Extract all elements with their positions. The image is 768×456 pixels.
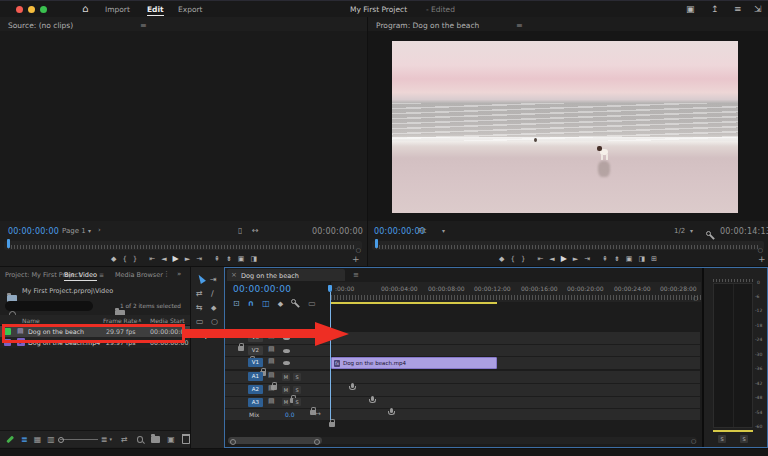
source-button-editor-plus[interactable]: + — [352, 254, 360, 264]
go-to-in-button[interactable]: ⇤ — [537, 254, 543, 264]
solo-right-button[interactable]: S — [740, 435, 748, 443]
track-badge-v1[interactable]: V1 — [248, 358, 263, 367]
multi-view-button[interactable]: ⊞ — [651, 254, 657, 264]
menu-export[interactable]: Export — [178, 5, 203, 14]
sync-lock-icon[interactable]: ▤ — [268, 357, 275, 365]
sync-lock-icon[interactable]: ▤ — [268, 345, 275, 353]
add-marker-button[interactable]: ◆ — [111, 254, 116, 264]
fullscreen-icon[interactable]: ⇲ — [754, 4, 762, 14]
column-name[interactable]: Name — [22, 317, 40, 324]
tab-media-browser[interactable]: Media Browser — [115, 271, 163, 279]
close-tab-icon[interactable]: × — [231, 271, 237, 279]
source-zoom-handle-icon[interactable]: ○ — [356, 246, 361, 253]
export-frame-button[interactable]: ▣ — [238, 254, 245, 264]
source-page-next-icon[interactable]: › — [98, 226, 101, 234]
go-to-out-button[interactable]: ⇥ — [196, 254, 202, 264]
sequence-tab[interactable]: × Dog on the beach — [227, 269, 345, 281]
source-panel-menu-icon[interactable]: ≡ — [140, 21, 147, 30]
track-badge-a3[interactable]: A3 — [248, 398, 263, 407]
slip-tool[interactable]: ⇆ — [196, 303, 203, 313]
mark-in-button[interactable]: { — [122, 254, 126, 264]
stacked-panels-icon[interactable]: ≡ — [734, 4, 742, 14]
pen-tool[interactable]: ◆ — [211, 303, 216, 313]
voiceover-mic-icon[interactable] — [351, 383, 354, 388]
lock-icon[interactable] — [329, 422, 335, 427]
workspace-icon[interactable]: ▣ — [686, 4, 695, 14]
program-res-dropdown[interactable]: 1/2 — [674, 227, 685, 235]
lift-button[interactable]: ⇞ — [602, 254, 608, 264]
zoom-slider[interactable] — [60, 439, 98, 440]
program-playhead[interactable] — [375, 239, 378, 248]
find-button[interactable] — [137, 436, 143, 443]
mark-out-button[interactable]: } — [133, 254, 137, 264]
program-panel-tab[interactable]: Program: Dog on the beach — [376, 21, 479, 30]
timeline-settings-wrench-icon[interactable] — [291, 299, 300, 308]
playhead-line[interactable] — [330, 292, 331, 420]
delete-button[interactable] — [182, 434, 190, 444]
track-select-tool[interactable]: ⇥ — [210, 275, 217, 285]
panel-overflow-icon[interactable]: » — [177, 270, 181, 278]
bin-panel-menu-icon[interactable]: ≡ — [99, 271, 104, 278]
lock-icon[interactable] — [238, 346, 244, 351]
zoom-slider-knob[interactable] — [58, 437, 64, 443]
source-scrubber[interactable]: ○ — [4, 241, 362, 250]
mute-button[interactable]: M — [282, 373, 290, 381]
traffic-zoom-button[interactable] — [40, 6, 47, 13]
timeline-panel-menu-icon[interactable]: ≡ — [353, 271, 359, 279]
solo-button[interactable]: S — [293, 373, 301, 381]
program-settings-wrench-icon[interactable] — [706, 231, 715, 240]
source-playhead[interactable] — [7, 239, 10, 248]
panel-dots-icon[interactable]: ⋮ — [163, 270, 170, 278]
sync-lock-icon[interactable]: ▤ — [268, 384, 275, 392]
menu-import[interactable]: Import — [105, 5, 130, 14]
sync-lock-icon[interactable]: ▤ — [268, 397, 275, 405]
sync-lock-icon[interactable]: ▤ — [268, 371, 275, 379]
writable-pencil-icon[interactable] — [6, 435, 13, 442]
timeline-timecode[interactable]: 00:00:00:00 — [233, 284, 291, 294]
toggle-output-eye-icon[interactable] — [283, 361, 290, 365]
add-marker-button[interactable]: ◆ — [499, 254, 504, 264]
comparison-view-button[interactable]: ◨ — [250, 254, 257, 264]
step-forward-button[interactable]: ► — [185, 254, 190, 264]
video-frame[interactable] — [392, 41, 738, 213]
freeform-view-button[interactable]: ▥ — [47, 435, 55, 444]
breadcrumb[interactable]: My First Project.prproj\Video — [22, 287, 113, 295]
keyframe-nav-icon[interactable]: ↦ — [315, 410, 321, 418]
timeline-marker-icon[interactable]: ◆ — [278, 300, 283, 308]
insert-button[interactable]: ⇞ — [214, 254, 220, 264]
go-to-in-button[interactable]: ⇤ — [149, 254, 155, 264]
export-frame-button[interactable]: ▣ — [626, 254, 633, 264]
timeline-h-scrollbar-thumb[interactable] — [228, 437, 322, 444]
voiceover-mic-icon[interactable] — [371, 396, 374, 401]
selection-tool[interactable] — [196, 273, 206, 284]
menu-edit[interactable]: Edit — [147, 5, 164, 16]
ripple-edit-tool[interactable]: ⇄ — [196, 289, 203, 299]
step-back-button[interactable]: ◄ — [161, 254, 166, 264]
source-panel-tab[interactable]: Source: (no clips) — [8, 21, 73, 30]
scrollbar-handle-left[interactable] — [230, 439, 236, 445]
voiceover-mic-icon[interactable] — [390, 408, 393, 413]
program-zoom-caret-icon[interactable]: ▾ — [442, 227, 445, 234]
home-icon[interactable]: ⌂ — [82, 3, 88, 14]
hand-tool[interactable]: ○ — [211, 317, 218, 327]
new-item-button[interactable]: ▣ — [167, 435, 175, 444]
linked-selection-icon[interactable]: ◫ — [262, 299, 270, 308]
track-badge-a1[interactable]: A1 — [248, 372, 263, 381]
source-page-dropdown[interactable]: Page 1 — [62, 227, 86, 235]
step-forward-button[interactable]: ► — [573, 254, 578, 264]
program-zoom-handle-icon[interactable]: ○ — [758, 246, 763, 253]
track-badge-v2[interactable]: V2 — [248, 346, 263, 355]
column-media-start[interactable]: Media Start — [150, 317, 185, 324]
program-res-caret-icon[interactable]: ▾ — [690, 227, 693, 234]
clip-fx-badge[interactable]: fx — [334, 360, 340, 367]
solo-button[interactable]: S — [293, 398, 301, 406]
rectangle-tool[interactable]: ▭ — [196, 317, 204, 327]
traffic-close-button[interactable] — [16, 6, 23, 13]
solo-button[interactable]: S — [293, 386, 301, 394]
razor-tool[interactable]: ∕ — [211, 289, 214, 299]
program-button-editor-plus[interactable]: + — [758, 254, 766, 264]
captions-icon[interactable]: ▭ — [308, 299, 316, 308]
track-mix[interactable] — [225, 409, 700, 420]
source-film-icon[interactable]: ▯ — [238, 226, 242, 235]
mark-out-button[interactable]: } — [521, 254, 525, 264]
